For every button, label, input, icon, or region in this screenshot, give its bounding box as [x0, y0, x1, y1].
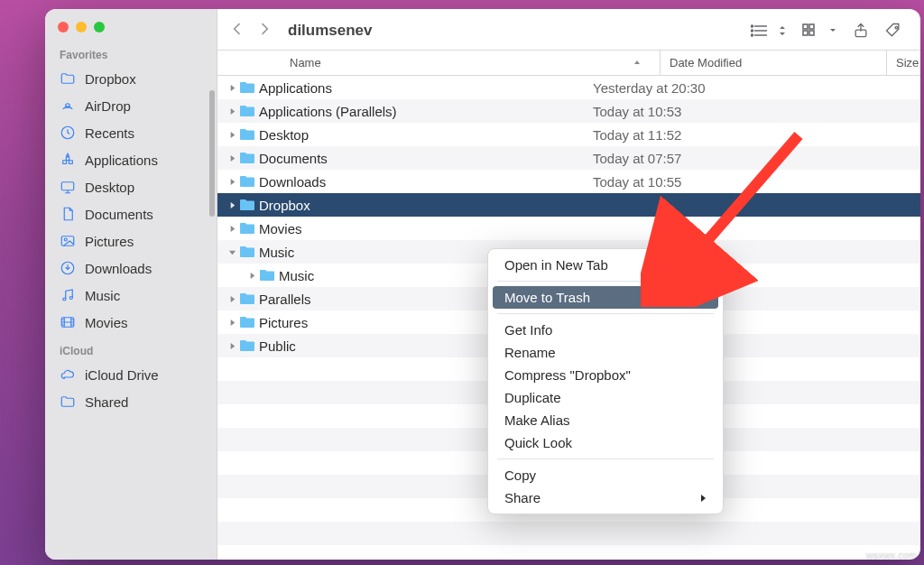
menu-item[interactable]: Quick Look	[488, 431, 723, 454]
close-button[interactable]	[58, 22, 69, 32]
chevron-down-icon	[828, 22, 837, 40]
menu-item[interactable]: Compress "Dropbox"	[488, 364, 723, 386]
disclosure-triangle-icon[interactable]	[225, 178, 239, 186]
folder-icon	[239, 245, 259, 258]
group-button[interactable]	[801, 22, 837, 40]
svg-point-6	[63, 298, 66, 301]
finder-window: Favorites Dropbox AirDrop Recents Applic…	[45, 9, 920, 560]
menu-separator	[497, 313, 714, 314]
disclosure-triangle-icon[interactable]	[225, 342, 239, 350]
menu-item[interactable]: Get Info	[488, 319, 723, 341]
airdrop-icon	[60, 97, 76, 114]
sidebar-scrollbar-thumb[interactable]	[209, 90, 215, 217]
svg-rect-14	[803, 31, 808, 35]
svg-point-4	[64, 238, 67, 241]
folder-icon	[239, 199, 259, 211]
sidebar-item-label: Applications	[85, 153, 158, 168]
chevron-right-icon	[699, 490, 707, 505]
table-row[interactable]: DesktopToday at 11:52	[217, 123, 920, 146]
menu-item-label: Rename	[504, 345, 556, 360]
disclosure-triangle-icon[interactable]	[225, 154, 239, 162]
svg-rect-15	[809, 31, 814, 35]
sidebar-item-label: Movies	[85, 315, 128, 330]
sidebar-item-label: Music	[85, 288, 120, 303]
maximize-button[interactable]	[94, 22, 105, 32]
menu-item[interactable]: Rename	[488, 341, 723, 364]
sidebar-item-label: Dropbox	[85, 71, 136, 87]
file-name: Applications	[259, 80, 584, 96]
menu-item[interactable]: Open in New Tab	[488, 254, 723, 276]
menu-item-label: Open in New Tab	[504, 257, 608, 273]
column-headers: Name Date Modified Size	[217, 50, 920, 76]
sidebar-item-music[interactable]: Music	[45, 282, 217, 309]
folder-icon	[239, 152, 259, 164]
context-menu: Open in New TabMove to TrashGet InfoRena…	[487, 248, 724, 514]
apps-icon	[60, 152, 76, 168]
disclosure-triangle-icon[interactable]	[225, 295, 239, 303]
sidebar-item-shared[interactable]: Shared	[45, 388, 217, 415]
sidebar-item-icloud-drive[interactable]: iCloud Drive	[45, 361, 217, 388]
shared-folder-icon	[60, 394, 76, 410]
movie-icon	[60, 314, 76, 330]
menu-item-label: Get Info	[504, 322, 552, 338]
menu-item[interactable]: Share	[488, 486, 723, 509]
folder-icon	[239, 316, 259, 329]
menu-item-label: Move to Trash	[504, 290, 590, 305]
svg-rect-3	[61, 236, 74, 246]
menu-item[interactable]: Duplicate	[488, 386, 723, 409]
folder-icon	[239, 128, 259, 141]
menu-item[interactable]: Move to Trash	[493, 286, 718, 309]
sidebar-item-applications[interactable]: Applications	[45, 146, 217, 173]
disclosure-triangle-icon[interactable]	[225, 107, 239, 116]
sidebar-item-dropbox[interactable]: Dropbox	[45, 65, 217, 92]
forward-button[interactable]	[255, 20, 273, 41]
table-row[interactable]: DownloadsToday at 10:55	[217, 170, 920, 193]
nav-arrows	[228, 20, 273, 41]
svg-point-10	[752, 30, 753, 32]
back-button[interactable]	[228, 20, 246, 41]
column-header-size[interactable]: Size	[886, 51, 920, 75]
menu-item[interactable]: Copy	[488, 464, 723, 486]
sidebar-item-documents[interactable]: Documents	[45, 200, 217, 227]
share-button[interactable]	[852, 22, 870, 40]
folder-icon	[239, 339, 259, 352]
sidebar: Favorites Dropbox AirDrop Recents Applic…	[45, 9, 217, 560]
sidebar-item-desktop[interactable]: Desktop	[45, 173, 217, 200]
disclosure-triangle-icon[interactable]	[225, 225, 239, 233]
sidebar-item-pictures[interactable]: Pictures	[45, 227, 217, 255]
table-row-empty	[217, 522, 920, 545]
disclosure-triangle-icon[interactable]	[245, 272, 259, 280]
sidebar-item-movies[interactable]: Movies	[45, 309, 217, 336]
menu-item[interactable]: Make Alias	[488, 409, 723, 431]
watermark: wsxwx.com	[866, 549, 917, 560]
file-name: Applications (Parallels)	[259, 104, 584, 119]
disclosure-triangle-icon[interactable]	[225, 131, 239, 139]
tags-button[interactable]	[884, 22, 902, 40]
sidebar-item-airdrop[interactable]: AirDrop	[45, 92, 217, 119]
svg-rect-12	[803, 24, 808, 29]
menu-separator	[497, 458, 714, 459]
toolbar: dilumsenev	[217, 9, 920, 50]
table-row[interactable]: Dropbox	[217, 193, 920, 217]
sidebar-item-label: Shared	[85, 394, 128, 410]
folder-icon	[239, 81, 259, 94]
sidebar-item-label: AirDrop	[85, 98, 131, 114]
column-header-date[interactable]: Date Modified	[660, 51, 886, 75]
disclosure-triangle-icon[interactable]	[225, 319, 239, 327]
disclosure-triangle-icon[interactable]	[225, 201, 239, 209]
table-row[interactable]: Movies	[217, 217, 920, 240]
view-list-button[interactable]	[751, 22, 787, 40]
table-row[interactable]: ApplicationsYesterday at 20:30	[217, 76, 920, 99]
table-row[interactable]: Applications (Parallels)Today at 10:53	[217, 99, 920, 123]
file-date: Today at 10:53	[584, 104, 800, 119]
sidebar-item-recents[interactable]: Recents	[45, 119, 217, 146]
file-name: Movies	[259, 221, 584, 236]
column-header-name[interactable]: Name	[217, 51, 660, 75]
disclosure-triangle-icon[interactable]	[225, 248, 239, 256]
download-icon	[60, 260, 76, 276]
table-row[interactable]: DocumentsToday at 07:57	[217, 146, 920, 170]
minimize-button[interactable]	[76, 22, 87, 32]
disclosure-triangle-icon[interactable]	[225, 84, 239, 92]
sidebar-item-downloads[interactable]: Downloads	[45, 255, 217, 282]
svg-point-7	[69, 297, 72, 300]
